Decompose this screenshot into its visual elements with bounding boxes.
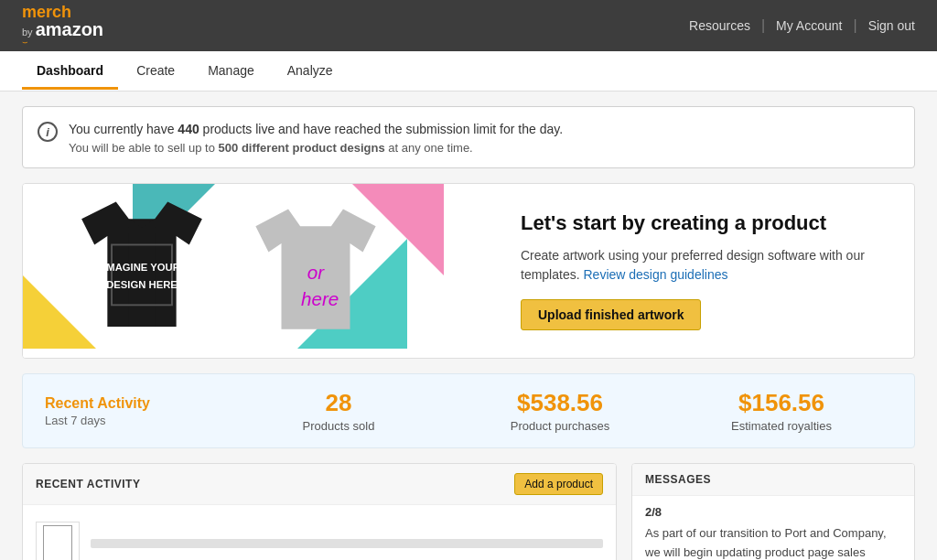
products-sold-label: Products sold bbox=[228, 419, 449, 433]
logo-merch: merch bbox=[22, 4, 71, 20]
upload-artwork-button[interactable]: Upload finished artwork bbox=[521, 299, 701, 330]
messages-header: MESSAGES bbox=[632, 464, 914, 496]
stats-estimated-royalties: $156.56 Estimated royalties bbox=[671, 389, 892, 433]
recent-activity-title: Recent Activity bbox=[45, 395, 228, 412]
product-purchases-value: $538.56 bbox=[449, 389, 671, 417]
estimated-royalties-label: Estimated royalties bbox=[671, 419, 892, 433]
header: merch by amazon ⌣ Resources | My Account… bbox=[0, 0, 937, 51]
hero-image: IMAGINE YOUR DESIGN HERE or here bbox=[23, 184, 499, 358]
stats-product-purchases: $538.56 Product purchases bbox=[449, 389, 671, 433]
product-purchases-label: Product purchases bbox=[449, 419, 671, 433]
sign-out-link[interactable]: Sign out bbox=[868, 18, 915, 33]
stats-period: Last 7 days bbox=[45, 414, 228, 427]
products-sold-value: 28 bbox=[228, 389, 449, 417]
divider2: | bbox=[853, 17, 856, 34]
svg-text:IMAGINE YOUR: IMAGINE YOUR bbox=[103, 262, 180, 273]
bottom-section: RECENT ACTIVITY Add a product bbox=[22, 463, 915, 560]
recent-activity-header: RECENT ACTIVITY Add a product bbox=[23, 464, 616, 505]
add-product-button[interactable]: Add a product bbox=[514, 473, 603, 495]
tab-create[interactable]: Create bbox=[122, 52, 189, 90]
product-thumbnail-1 bbox=[36, 522, 80, 560]
main-content: i You currently have 440 products live a… bbox=[0, 92, 937, 560]
activity-item-1 bbox=[36, 514, 603, 560]
logo-amazon: amazon bbox=[36, 20, 103, 38]
message-date: 2/8 bbox=[645, 505, 901, 519]
tab-dashboard[interactable]: Dashboard bbox=[22, 52, 118, 90]
recent-activity-body bbox=[23, 505, 616, 560]
svg-text:here: here bbox=[301, 288, 339, 309]
tab-manage[interactable]: Manage bbox=[193, 52, 269, 90]
logo: merch by amazon ⌣ bbox=[22, 4, 103, 48]
hero-banner: IMAGINE YOUR DESIGN HERE or here Let's s… bbox=[22, 183, 915, 359]
nav-tabs: Dashboard Create Manage Analyze bbox=[0, 51, 937, 92]
alert-banner: i You currently have 440 products live a… bbox=[22, 106, 915, 168]
tab-analyze[interactable]: Analyze bbox=[273, 52, 348, 90]
design-guidelines-link[interactable]: Review design guidelines bbox=[583, 267, 727, 282]
header-navigation: Resources | My Account | Sign out bbox=[689, 17, 915, 34]
stats-bar: Recent Activity Last 7 days 28 Products … bbox=[22, 373, 915, 448]
resources-link[interactable]: Resources bbox=[689, 18, 750, 33]
stats-title-area: Recent Activity Last 7 days bbox=[45, 395, 228, 427]
svg-text:DESIGN HERE: DESIGN HERE bbox=[106, 279, 178, 290]
message-body: As part of our transition to Port and Co… bbox=[645, 524, 901, 560]
alert-sub-message: You will be able to sell up to 500 diffe… bbox=[69, 141, 563, 155]
alert-message: You currently have 440 products live and… bbox=[69, 120, 563, 139]
product-info-1 bbox=[91, 539, 603, 548]
hero-text: Let's start by creating a product Create… bbox=[499, 184, 914, 358]
svg-text:or: or bbox=[307, 262, 325, 283]
recent-activity-card: RECENT ACTIVITY Add a product bbox=[22, 463, 617, 560]
hero-title: Let's start by creating a product bbox=[521, 211, 887, 235]
svg-marker-1 bbox=[129, 219, 155, 327]
messages-card-title: MESSAGES bbox=[645, 473, 711, 486]
hero-description: Create artwork using your preferred desi… bbox=[521, 246, 887, 285]
recent-activity-card-title: RECENT ACTIVITY bbox=[36, 478, 140, 490]
estimated-royalties-value: $156.56 bbox=[671, 389, 892, 417]
info-icon: i bbox=[38, 122, 58, 142]
divider1: | bbox=[761, 17, 765, 34]
stats-products-sold: 28 Products sold bbox=[228, 389, 449, 433]
messages-card: MESSAGES 2/8 As part of our transition t… bbox=[631, 463, 915, 560]
messages-body: 2/8 As part of our transition to Port an… bbox=[632, 496, 914, 560]
my-account-link[interactable]: My Account bbox=[776, 18, 842, 33]
